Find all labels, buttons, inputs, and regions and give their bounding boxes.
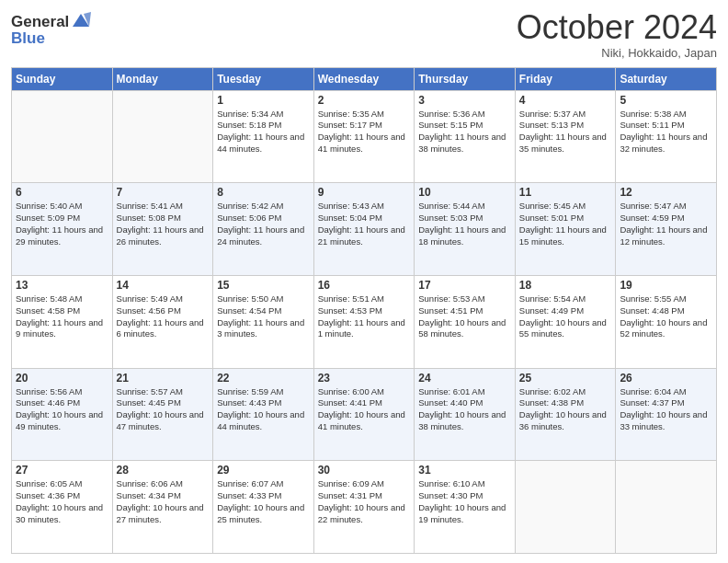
- day-info: Sunrise: 5:51 AMSunset: 4:53 PMDaylight:…: [318, 293, 411, 340]
- day-info: Sunrise: 5:56 AMSunset: 4:46 PMDaylight:…: [16, 386, 108, 433]
- header-wednesday: Wednesday: [313, 67, 415, 90]
- calendar-cell: 26Sunrise: 6:04 AMSunset: 4:37 PMDayligh…: [616, 368, 717, 461]
- calendar-cell: 20Sunrise: 5:56 AMSunset: 4:46 PMDayligh…: [12, 368, 113, 461]
- day-info: Sunrise: 5:48 AMSunset: 4:58 PMDaylight:…: [16, 293, 108, 340]
- day-info: Sunrise: 5:57 AMSunset: 4:45 PMDaylight:…: [117, 386, 210, 433]
- day-info: Sunrise: 6:10 AMSunset: 4:30 PMDaylight:…: [418, 478, 511, 525]
- calendar-cell: 18Sunrise: 5:54 AMSunset: 4:49 PMDayligh…: [515, 275, 616, 368]
- calendar-cell: 29Sunrise: 6:07 AMSunset: 4:33 PMDayligh…: [213, 461, 314, 554]
- calendar-cell: 23Sunrise: 6:00 AMSunset: 4:41 PMDayligh…: [313, 368, 415, 461]
- day-number: 1: [217, 94, 310, 107]
- calendar-cell: 3Sunrise: 5:36 AMSunset: 5:15 PMDaylight…: [415, 90, 516, 183]
- day-info: Sunrise: 5:34 AMSunset: 5:18 PMDaylight:…: [217, 109, 310, 155]
- day-number: 18: [519, 279, 612, 292]
- day-info: Sunrise: 5:44 AMSunset: 5:03 PMDaylight:…: [418, 201, 511, 247]
- day-number: 23: [318, 372, 411, 385]
- header-tuesday: Tuesday: [213, 67, 314, 90]
- logo-blue: Blue: [11, 29, 91, 48]
- calendar-cell: 19Sunrise: 5:55 AMSunset: 4:48 PMDayligh…: [616, 275, 717, 368]
- day-number: 7: [117, 186, 210, 199]
- day-info: Sunrise: 5:53 AMSunset: 4:51 PMDaylight:…: [418, 293, 511, 340]
- day-number: 2: [318, 94, 411, 107]
- calendar-cell: 22Sunrise: 5:59 AMSunset: 4:43 PMDayligh…: [213, 368, 314, 461]
- day-info: Sunrise: 6:09 AMSunset: 4:31 PMDaylight:…: [318, 478, 411, 525]
- calendar-cell: 28Sunrise: 6:06 AMSunset: 4:34 PMDayligh…: [112, 461, 213, 554]
- header-monday: Monday: [112, 67, 213, 90]
- day-info: Sunrise: 6:07 AMSunset: 4:33 PMDaylight:…: [217, 478, 310, 525]
- title-block: October 2024 Niki, Hokkaido, Japan: [517, 9, 717, 60]
- day-number: 12: [620, 186, 712, 199]
- day-info: Sunrise: 5:45 AMSunset: 5:01 PMDaylight:…: [519, 201, 612, 247]
- day-number: 5: [620, 94, 712, 107]
- day-number: 26: [620, 372, 712, 385]
- calendar-cell: 11Sunrise: 5:45 AMSunset: 5:01 PMDayligh…: [515, 183, 616, 276]
- day-info: Sunrise: 5:54 AMSunset: 4:49 PMDaylight:…: [519, 293, 612, 340]
- logo: General Blue: [11, 13, 91, 48]
- calendar-cell: 13Sunrise: 5:48 AMSunset: 4:58 PMDayligh…: [12, 275, 113, 368]
- day-number: 28: [117, 464, 210, 477]
- day-info: Sunrise: 6:06 AMSunset: 4:34 PMDaylight:…: [117, 478, 210, 525]
- location: Niki, Hokkaido, Japan: [517, 46, 717, 60]
- day-number: 3: [418, 94, 511, 107]
- day-info: Sunrise: 5:40 AMSunset: 5:09 PMDaylight:…: [16, 201, 108, 247]
- day-number: 4: [519, 94, 612, 107]
- day-number: 31: [418, 464, 511, 477]
- calendar-cell: 5Sunrise: 5:38 AMSunset: 5:11 PMDaylight…: [616, 90, 717, 183]
- day-number: 10: [418, 186, 511, 199]
- day-number: 8: [217, 186, 310, 199]
- day-number: 29: [217, 464, 310, 477]
- calendar-week-row-4: 20Sunrise: 5:56 AMSunset: 4:46 PMDayligh…: [12, 368, 717, 461]
- calendar-cell: 7Sunrise: 5:41 AMSunset: 5:08 PMDaylight…: [112, 183, 213, 276]
- calendar-cell: 25Sunrise: 6:02 AMSunset: 4:38 PMDayligh…: [515, 368, 616, 461]
- calendar-cell: [616, 461, 717, 554]
- calendar-week-row-1: 1Sunrise: 5:34 AMSunset: 5:18 PMDaylight…: [12, 90, 717, 183]
- day-number: 21: [117, 372, 210, 385]
- month-title: October 2024: [517, 9, 717, 46]
- day-info: Sunrise: 6:00 AMSunset: 4:41 PMDaylight:…: [318, 386, 411, 433]
- day-info: Sunrise: 5:43 AMSunset: 5:04 PMDaylight:…: [318, 201, 411, 247]
- weekday-header-row: Sunday Monday Tuesday Wednesday Thursday…: [12, 67, 717, 90]
- calendar: Sunday Monday Tuesday Wednesday Thursday…: [11, 67, 717, 554]
- calendar-cell: 16Sunrise: 5:51 AMSunset: 4:53 PMDayligh…: [313, 275, 415, 368]
- calendar-cell: 15Sunrise: 5:50 AMSunset: 4:54 PMDayligh…: [213, 275, 314, 368]
- calendar-cell: 1Sunrise: 5:34 AMSunset: 5:18 PMDaylight…: [213, 90, 314, 183]
- day-info: Sunrise: 5:37 AMSunset: 5:13 PMDaylight:…: [519, 109, 612, 155]
- calendar-cell: 9Sunrise: 5:43 AMSunset: 5:04 PMDaylight…: [313, 183, 415, 276]
- day-number: 27: [16, 464, 108, 477]
- day-info: Sunrise: 6:04 AMSunset: 4:37 PMDaylight:…: [620, 386, 712, 433]
- calendar-cell: 6Sunrise: 5:40 AMSunset: 5:09 PMDaylight…: [12, 183, 113, 276]
- calendar-cell: 30Sunrise: 6:09 AMSunset: 4:31 PMDayligh…: [313, 461, 415, 554]
- page: General Blue October 2024 Niki, Hokkaido…: [0, 0, 728, 563]
- day-number: 11: [519, 186, 612, 199]
- calendar-cell: 17Sunrise: 5:53 AMSunset: 4:51 PMDayligh…: [415, 275, 516, 368]
- day-number: 6: [16, 186, 108, 199]
- calendar-cell: [12, 90, 113, 183]
- day-number: 20: [16, 372, 108, 385]
- day-number: 25: [519, 372, 612, 385]
- calendar-cell: 10Sunrise: 5:44 AMSunset: 5:03 PMDayligh…: [415, 183, 516, 276]
- day-info: Sunrise: 6:01 AMSunset: 4:40 PMDaylight:…: [418, 386, 511, 433]
- day-info: Sunrise: 5:50 AMSunset: 4:54 PMDaylight:…: [217, 293, 310, 340]
- calendar-cell: 8Sunrise: 5:42 AMSunset: 5:06 PMDaylight…: [213, 183, 314, 276]
- day-info: Sunrise: 5:47 AMSunset: 4:59 PMDaylight:…: [620, 201, 712, 247]
- day-number: 19: [620, 279, 712, 292]
- header-sunday: Sunday: [12, 67, 113, 90]
- day-number: 14: [117, 279, 210, 292]
- calendar-cell: 21Sunrise: 5:57 AMSunset: 4:45 PMDayligh…: [112, 368, 213, 461]
- calendar-week-row-2: 6Sunrise: 5:40 AMSunset: 5:09 PMDaylight…: [12, 183, 717, 276]
- day-info: Sunrise: 5:38 AMSunset: 5:11 PMDaylight:…: [620, 109, 712, 155]
- logo-icon: [71, 12, 91, 30]
- day-info: Sunrise: 5:41 AMSunset: 5:08 PMDaylight:…: [117, 201, 210, 247]
- calendar-cell: [515, 461, 616, 554]
- day-info: Sunrise: 5:35 AMSunset: 5:17 PMDaylight:…: [318, 109, 411, 155]
- day-number: 16: [318, 279, 411, 292]
- day-info: Sunrise: 5:49 AMSunset: 4:56 PMDaylight:…: [117, 293, 210, 340]
- day-number: 22: [217, 372, 310, 385]
- day-number: 17: [418, 279, 511, 292]
- day-info: Sunrise: 6:05 AMSunset: 4:36 PMDaylight:…: [16, 478, 108, 525]
- day-info: Sunrise: 5:59 AMSunset: 4:43 PMDaylight:…: [217, 386, 310, 433]
- calendar-cell: 4Sunrise: 5:37 AMSunset: 5:13 PMDaylight…: [515, 90, 616, 183]
- header-thursday: Thursday: [415, 67, 516, 90]
- calendar-cell: 24Sunrise: 6:01 AMSunset: 4:40 PMDayligh…: [415, 368, 516, 461]
- day-number: 30: [318, 464, 411, 477]
